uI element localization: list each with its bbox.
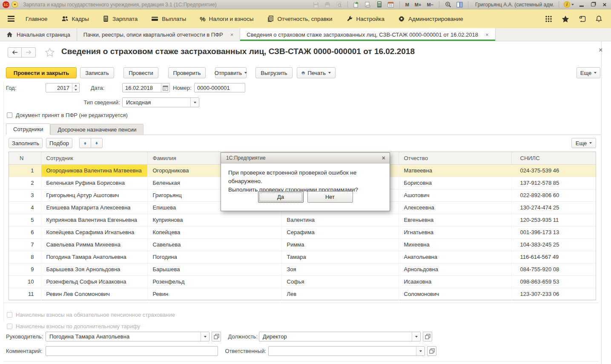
comment-input[interactable] <box>46 347 218 355</box>
spin-down-icon[interactable] <box>72 88 79 92</box>
service-info-button[interactable]: i <box>564 1 574 8</box>
tab-close-icon[interactable]: × <box>230 32 234 38</box>
menu-item-taxes[interactable]: % Налоги и взносы <box>200 15 253 23</box>
year-field[interactable] <box>46 83 80 92</box>
accepted-in-pfr-checkbox[interactable]: Документ принят в ПФР (не редактируется) <box>7 112 128 118</box>
split-view-icon[interactable] <box>456 1 463 8</box>
cell-name[interactable]: Валентина <box>281 214 399 226</box>
number-field[interactable] <box>194 83 245 92</box>
nav-forward-button[interactable] <box>22 47 36 57</box>
cell-n[interactable]: 5 <box>9 214 41 226</box>
cell-surname[interactable]: Копейцева <box>147 226 281 238</box>
cell-patronymic[interactable]: Алексеевна <box>399 201 511 214</box>
table-row[interactable]: 8Погодина Тамара АнатольевнаПогодинаТама… <box>9 251 596 263</box>
cell-employee[interactable]: Савельева Римма Михеевна <box>41 238 147 251</box>
tab-early-pension[interactable]: Досрочное назначение пенсии <box>50 124 143 135</box>
dialog-titlebar[interactable]: 1С:Предприятие × <box>221 153 390 163</box>
post-button[interactable]: Провести <box>123 67 158 78</box>
cell-employee[interactable]: Епишева Маргарита Алексеевна <box>41 201 147 214</box>
cell-patronymic[interactable]: Матвеевна <box>399 164 511 177</box>
dialog-no-button[interactable]: Нет <box>307 191 353 203</box>
cell-n[interactable]: 9 <box>9 263 41 275</box>
menu-item-salary[interactable]: Зарплата <box>103 15 138 22</box>
responsible-open-button[interactable] <box>427 346 436 356</box>
all-functions-icon[interactable] <box>545 15 552 23</box>
memory-m-button[interactable]: M <box>404 2 410 7</box>
spin-up-icon[interactable] <box>72 83 79 88</box>
cell-employee[interactable]: Копейцева Серафима Игнатьевна <box>41 226 147 238</box>
cell-patronymic[interactable]: Анатольевна <box>399 251 511 263</box>
cell-n[interactable]: 11 <box>9 288 41 300</box>
table-row[interactable]: 11Ревин Лев СоломоновичРевинЛевСоломонов… <box>9 288 596 300</box>
cell-name[interactable]: Софья <box>281 275 399 288</box>
move-down-button[interactable] <box>91 138 103 148</box>
column-header[interactable]: Отчество <box>399 152 511 164</box>
window-close-button[interactable]: × <box>601 1 608 8</box>
notifications-bell-icon[interactable] <box>595 15 602 23</box>
print-preview-icon[interactable] <box>335 1 343 8</box>
show-links-icon[interactable] <box>364 1 372 8</box>
cell-name[interactable]: Римма <box>281 238 399 251</box>
comment-field[interactable] <box>46 346 218 356</box>
dialog-yes-button[interactable]: Да <box>258 191 304 203</box>
table-more-button[interactable]: Еще <box>571 138 596 148</box>
memory-m-plus-button[interactable]: M+ <box>414 2 422 7</box>
save-button[interactable]: Записать <box>80 67 114 78</box>
cell-patronymic[interactable]: Ашотович <box>399 189 511 201</box>
column-header[interactable]: N <box>9 152 41 164</box>
cell-patronymic[interactable]: Михеевна <box>399 238 511 251</box>
table-row[interactable]: 9Барышева Зоя АрнольдовнаБарышеваЗояАрно… <box>9 263 596 275</box>
table-row[interactable]: 5Куприянова Валентина ЕвгеньевнаКуприяно… <box>9 214 596 226</box>
cell-patronymic[interactable]: Евгеньевна <box>399 214 511 226</box>
cell-employee[interactable]: Беленькая Руфина Борисовна <box>41 177 147 189</box>
calculator-icon[interactable] <box>376 1 383 8</box>
menu-item-payments[interactable]: Выплаты <box>151 15 186 22</box>
cell-snils[interactable]: 022-892-806 60 <box>511 189 596 201</box>
table-row[interactable]: 7Савельева Римма МихеевнаСавельеваРиммаМ… <box>9 238 596 251</box>
cell-snils[interactable]: 104-383-245 25 <box>511 238 596 251</box>
hamburger-menu-button[interactable] <box>8 16 14 22</box>
cell-name[interactable]: Тамара <box>281 251 399 263</box>
position-open-button[interactable] <box>423 332 432 341</box>
checkbox-icon[interactable] <box>7 112 12 118</box>
cell-employee[interactable]: Розенфельд Софья Исааковна <box>41 275 147 288</box>
export-button[interactable]: Выгрузить <box>255 67 293 78</box>
calendar-icon[interactable]: 31 <box>387 1 395 8</box>
tab-employees[interactable]: Сотрудники <box>6 123 50 135</box>
head-combo[interactable]: Погодина Тамара Анатольевна <box>46 332 209 341</box>
send-button[interactable]: Отправить <box>215 67 247 78</box>
cell-surname[interactable]: Розенфельд <box>147 275 281 288</box>
cell-snils[interactable]: 123-307-233 06 <box>511 288 596 300</box>
tab-szv-stazh[interactable]: Сведения о страховом стаже застрахованны… <box>240 28 495 41</box>
responsible-combo[interactable] <box>268 346 425 356</box>
nav-back-button[interactable] <box>8 47 22 57</box>
history-icon[interactable] <box>579 15 586 23</box>
move-up-button[interactable] <box>79 138 91 148</box>
cell-employee[interactable]: Ревин Лев Соломонович <box>41 288 147 300</box>
cell-n[interactable]: 4 <box>9 201 41 214</box>
cell-n[interactable]: 7 <box>9 238 41 251</box>
menu-item-main[interactable]: Главное <box>26 16 48 22</box>
cell-employee[interactable]: Григорьянц Артур Ашотович <box>41 189 147 201</box>
cell-surname[interactable]: Барышева <box>147 263 281 275</box>
dropdown-button[interactable] <box>416 347 425 355</box>
tab-close-icon[interactable]: × <box>485 32 489 38</box>
form-close-button[interactable]: × <box>599 46 602 54</box>
table-row[interactable]: 6Копейцева Серафима ИгнатьевнаКопейцеваС… <box>9 226 596 238</box>
cell-n[interactable]: 8 <box>9 251 41 263</box>
date-input[interactable] <box>123 83 161 92</box>
cell-employee[interactable]: Барышева Зоя Арнольдовна <box>41 263 147 275</box>
date-field[interactable] <box>122 83 170 92</box>
cell-surname[interactable]: Савельева <box>147 238 281 251</box>
dropdown-button[interactable] <box>412 332 420 341</box>
year-input[interactable] <box>46 83 72 92</box>
cell-snils[interactable]: 001-396-173 13 <box>511 226 596 238</box>
fill-button[interactable]: Заполнить <box>9 138 43 148</box>
cell-snils[interactable]: 116-614-567 49 <box>511 251 596 263</box>
cell-patronymic[interactable]: Игнатьевна <box>399 226 511 238</box>
cell-patronymic[interactable]: Арнольдовна <box>399 263 511 275</box>
dialog-close-icon[interactable]: × <box>382 155 385 161</box>
restore-button[interactable] <box>589 1 597 8</box>
menu-item-administration[interactable]: Администрирование <box>398 15 463 22</box>
check-button[interactable]: Проверить <box>168 67 206 78</box>
